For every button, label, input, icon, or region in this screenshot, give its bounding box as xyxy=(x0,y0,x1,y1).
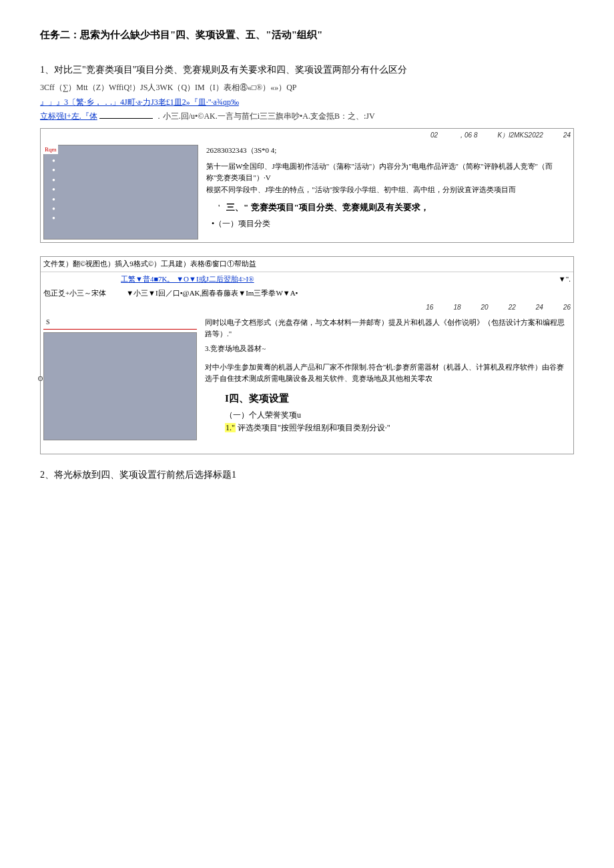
garbled-line-2: 』」』3〔繁·乡，．.」4J町·a·力J3老£1皿2»『皿·"·a¾qp‰ xyxy=(40,96,574,109)
subheading-2: （一）个人荣誉奖项u xyxy=(225,409,567,422)
heading-section-4: I四、奖项设置 xyxy=(225,390,567,406)
subheading-3: 1." 评选类项目"按照学段组别和项目类别分设·" xyxy=(225,422,567,434)
page-title: 任务二：思索为什么缺少书目"四、奖项设置、五、"活动"组织" xyxy=(40,27,574,43)
line-numbers: 26283032343（3S*0 4; xyxy=(206,145,567,157)
panel-label: Rqm xyxy=(43,145,58,154)
heading-section-3: ' 三、" 竞赛类项目"项目分类、竞赛规则及有关要求， xyxy=(218,201,567,215)
paragraph-1: 1、对比三"竞赛类项目"项目分类、竞赛规则及有关要求和四、奖项设置两部分有什么区… xyxy=(40,63,574,77)
document-body-2: 同时以电子文档形式（光盘存储，与文本材料一并邮寄）提及片和机器人《创作说明》（包… xyxy=(202,314,573,454)
document-map-panel[interactable]: Rqm ●●●●●●● xyxy=(43,145,198,240)
panel-markers: ●●●●●●● xyxy=(52,156,55,224)
document-body-1: 26283032343（3S*0 4; 第十一届W全国印、J学电圆初作活动"（蒲… xyxy=(204,142,573,242)
ruler-1: 02 ，06 8 K）l2MKS2022 24 xyxy=(41,129,573,142)
document-map-panel-2[interactable] xyxy=(43,332,197,440)
highlighted-marker: 1." xyxy=(225,423,236,432)
garbled-line-1: 3Cff（∑）Mtt（Z）WffiQ!）JS人3WK（Q）IM（I）表相⑧«□®… xyxy=(40,81,574,94)
body-text-5: 对中小学生参加黄骞的机器人产品和厂家不作限制.符合"机:参赛所需器材（机器人、计… xyxy=(205,362,567,385)
toolbar[interactable]: 工繁▼普4■7K。 ▼O▼I或J二后翌胎4>I® ▼". xyxy=(41,272,573,287)
subheading-1: •（一）项目分类 xyxy=(212,218,567,230)
red-divider xyxy=(43,329,197,330)
margin-marker-o: O xyxy=(35,374,189,384)
body-text-4: 3.竞赛场地及器材~ xyxy=(205,343,567,355)
paragraph-2: 2、将光标放到四、奖项设置行前然后选择标题1 xyxy=(40,468,574,482)
garbled-line-3: 立标强I+左.『体 ．小三.回/u•©AK.一言与苗仁i三三旗串吵•A.支金抵B… xyxy=(40,110,574,123)
body-text-1: 第十一届W全国印、J学电圆初作活动"（蒲称"活动"）内容分为"电电作品评选"（简… xyxy=(206,161,567,184)
body-text-3: 同时以电子文档形式（光盘存储，与文本材料一并邮寄）提及片和机器人《创作说明》（包… xyxy=(205,317,567,340)
formatting-toolbar[interactable]: 包正爻+小三～宋体 ▼小三▼I回／口•@AK,囿春春藤表▼Im三季拳W▼A• xyxy=(41,286,573,301)
menu-bar[interactable]: 文件复）翻©视图也）插入9格式©）工具建）表格⑥窗口①帮助益 xyxy=(41,257,573,272)
ruler-2: 16 18 20 22 24 26 xyxy=(41,301,573,314)
margin-marker-s: S xyxy=(43,317,197,328)
word-screenshot-1: 02 ，06 8 K）l2MKS2022 24 Rqm ●●●●●●● 2628… xyxy=(40,128,574,243)
word-screenshot-2: 文件复）翻©视图也）插入9格式©）工具建）表格⑥窗口①帮助益 工繁▼普4■7K。… xyxy=(40,256,574,454)
body-text-2: 根据不同学段中、J学生的特点，"活动"按学段小学组、初中组、高中组，分别设直评选… xyxy=(206,184,567,196)
